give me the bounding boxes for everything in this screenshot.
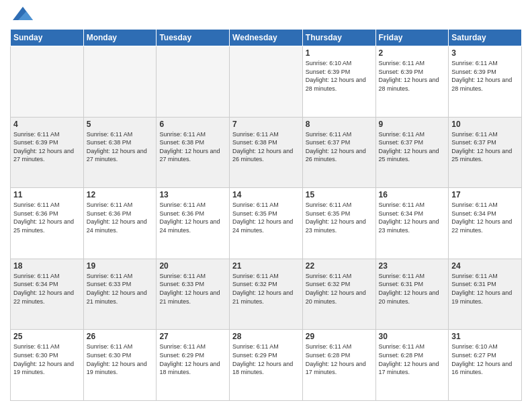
logo bbox=[10, 7, 33, 24]
calendar-day-cell: 30Sunrise: 6:11 AMSunset: 6:28 PMDayligh… bbox=[375, 330, 449, 401]
day-info: Sunrise: 6:11 AMSunset: 6:39 PMDaylight:… bbox=[379, 59, 446, 93]
day-number: 29 bbox=[306, 332, 373, 341]
day-number: 22 bbox=[306, 261, 373, 271]
calendar-day-cell: 29Sunrise: 6:11 AMSunset: 6:28 PMDayligh… bbox=[302, 330, 375, 401]
day-info: Sunrise: 6:11 AMSunset: 6:30 PMDaylight:… bbox=[13, 342, 81, 376]
calendar-header-friday: Friday bbox=[375, 30, 449, 46]
calendar-table: SundayMondayTuesdayWednesdayThursdayFrid… bbox=[10, 29, 522, 401]
day-info: Sunrise: 6:11 AMSunset: 6:38 PMDaylight:… bbox=[232, 130, 300, 164]
day-info: Sunrise: 6:11 AMSunset: 6:31 PMDaylight:… bbox=[451, 272, 519, 306]
day-number: 12 bbox=[87, 190, 154, 199]
day-number: 9 bbox=[379, 120, 446, 129]
day-info: Sunrise: 6:11 AMSunset: 6:36 PMDaylight:… bbox=[13, 201, 81, 234]
day-number: 2 bbox=[379, 48, 446, 58]
calendar-header-sunday: Sunday bbox=[11, 30, 84, 46]
calendar-day-cell: 15Sunrise: 6:11 AMSunset: 6:35 PMDayligh… bbox=[302, 188, 375, 259]
day-number: 1 bbox=[306, 48, 373, 58]
day-info: Sunrise: 6:11 AMSunset: 6:39 PMDaylight:… bbox=[451, 59, 519, 93]
calendar-week-row: 1Sunrise: 6:10 AMSunset: 6:39 PMDaylight… bbox=[11, 46, 522, 118]
day-number: 26 bbox=[87, 332, 154, 341]
day-info: Sunrise: 6:11 AMSunset: 6:29 PMDaylight:… bbox=[159, 342, 226, 376]
calendar-week-row: 11Sunrise: 6:11 AMSunset: 6:36 PMDayligh… bbox=[11, 188, 522, 259]
day-number: 18 bbox=[13, 261, 81, 271]
day-number: 31 bbox=[451, 332, 519, 341]
calendar-day-cell: 20Sunrise: 6:11 AMSunset: 6:33 PMDayligh… bbox=[157, 259, 230, 330]
day-number: 28 bbox=[232, 332, 300, 341]
day-info: Sunrise: 6:11 AMSunset: 6:30 PMDaylight:… bbox=[87, 342, 154, 376]
page: SundayMondayTuesdayWednesdayThursdayFrid… bbox=[0, 0, 532, 411]
calendar-header-thursday: Thursday bbox=[302, 30, 375, 46]
day-number: 24 bbox=[451, 261, 519, 271]
logo-icon bbox=[13, 3, 33, 24]
day-info: Sunrise: 6:11 AMSunset: 6:28 PMDaylight:… bbox=[306, 342, 373, 376]
calendar-day-cell: 13Sunrise: 6:11 AMSunset: 6:36 PMDayligh… bbox=[157, 188, 230, 259]
day-number: 15 bbox=[306, 190, 373, 199]
day-info: Sunrise: 6:11 AMSunset: 6:38 PMDaylight:… bbox=[87, 130, 154, 164]
calendar-day-cell: 31Sunrise: 6:10 AMSunset: 6:27 PMDayligh… bbox=[449, 330, 522, 401]
calendar-day-cell: 14Sunrise: 6:11 AMSunset: 6:35 PMDayligh… bbox=[230, 188, 303, 259]
calendar-day-cell: 8Sunrise: 6:11 AMSunset: 6:37 PMDaylight… bbox=[302, 117, 375, 188]
day-number: 6 bbox=[159, 120, 226, 129]
day-info: Sunrise: 6:11 AMSunset: 6:32 PMDaylight:… bbox=[232, 272, 300, 306]
calendar-day-cell: 6Sunrise: 6:11 AMSunset: 6:38 PMDaylight… bbox=[157, 117, 230, 188]
day-number: 5 bbox=[87, 120, 154, 129]
day-info: Sunrise: 6:11 AMSunset: 6:34 PMDaylight:… bbox=[451, 201, 519, 234]
day-info: Sunrise: 6:11 AMSunset: 6:39 PMDaylight:… bbox=[13, 130, 81, 164]
day-info: Sunrise: 6:11 AMSunset: 6:33 PMDaylight:… bbox=[87, 272, 154, 306]
calendar-day-cell bbox=[11, 46, 84, 118]
calendar-day-cell: 28Sunrise: 6:11 AMSunset: 6:29 PMDayligh… bbox=[230, 330, 303, 401]
day-number: 4 bbox=[13, 120, 81, 129]
calendar-day-cell bbox=[157, 46, 230, 118]
calendar-week-row: 25Sunrise: 6:11 AMSunset: 6:30 PMDayligh… bbox=[11, 330, 522, 401]
day-number: 10 bbox=[451, 120, 519, 129]
calendar-day-cell: 10Sunrise: 6:11 AMSunset: 6:37 PMDayligh… bbox=[449, 117, 522, 188]
calendar-header-tuesday: Tuesday bbox=[157, 30, 230, 46]
calendar-header-saturday: Saturday bbox=[449, 30, 522, 46]
calendar-day-cell: 24Sunrise: 6:11 AMSunset: 6:31 PMDayligh… bbox=[449, 259, 522, 330]
day-info: Sunrise: 6:11 AMSunset: 6:35 PMDaylight:… bbox=[232, 201, 300, 234]
calendar-day-cell: 17Sunrise: 6:11 AMSunset: 6:34 PMDayligh… bbox=[449, 188, 522, 259]
day-info: Sunrise: 6:11 AMSunset: 6:28 PMDaylight:… bbox=[379, 342, 446, 376]
calendar-day-cell: 7Sunrise: 6:11 AMSunset: 6:38 PMDaylight… bbox=[230, 117, 303, 188]
day-number: 19 bbox=[87, 261, 154, 271]
calendar-day-cell bbox=[230, 46, 303, 118]
calendar-day-cell: 21Sunrise: 6:11 AMSunset: 6:32 PMDayligh… bbox=[230, 259, 303, 330]
calendar-day-cell: 27Sunrise: 6:11 AMSunset: 6:29 PMDayligh… bbox=[157, 330, 230, 401]
day-number: 7 bbox=[232, 120, 300, 129]
calendar-day-cell: 9Sunrise: 6:11 AMSunset: 6:37 PMDaylight… bbox=[375, 117, 449, 188]
calendar-header-row: SundayMondayTuesdayWednesdayThursdayFrid… bbox=[11, 30, 522, 46]
day-info: Sunrise: 6:11 AMSunset: 6:37 PMDaylight:… bbox=[306, 130, 373, 164]
calendar-day-cell: 25Sunrise: 6:11 AMSunset: 6:30 PMDayligh… bbox=[11, 330, 84, 401]
calendar-day-cell: 18Sunrise: 6:11 AMSunset: 6:34 PMDayligh… bbox=[11, 259, 84, 330]
day-info: Sunrise: 6:11 AMSunset: 6:38 PMDaylight:… bbox=[159, 130, 226, 164]
calendar-day-cell: 23Sunrise: 6:11 AMSunset: 6:31 PMDayligh… bbox=[375, 259, 449, 330]
calendar-day-cell: 11Sunrise: 6:11 AMSunset: 6:36 PMDayligh… bbox=[11, 188, 84, 259]
calendar-header-wednesday: Wednesday bbox=[230, 30, 303, 46]
day-info: Sunrise: 6:10 AMSunset: 6:27 PMDaylight:… bbox=[451, 342, 519, 376]
calendar-day-cell: 12Sunrise: 6:11 AMSunset: 6:36 PMDayligh… bbox=[83, 188, 157, 259]
day-info: Sunrise: 6:11 AMSunset: 6:34 PMDaylight:… bbox=[379, 201, 446, 234]
day-info: Sunrise: 6:11 AMSunset: 6:34 PMDaylight:… bbox=[13, 272, 81, 306]
day-number: 23 bbox=[379, 261, 446, 271]
calendar-day-cell: 5Sunrise: 6:11 AMSunset: 6:38 PMDaylight… bbox=[83, 117, 157, 188]
calendar-day-cell: 2Sunrise: 6:11 AMSunset: 6:39 PMDaylight… bbox=[375, 46, 449, 118]
day-number: 13 bbox=[159, 190, 226, 199]
day-info: Sunrise: 6:11 AMSunset: 6:37 PMDaylight:… bbox=[451, 130, 519, 164]
calendar-day-cell: 26Sunrise: 6:11 AMSunset: 6:30 PMDayligh… bbox=[83, 330, 157, 401]
day-number: 3 bbox=[451, 48, 519, 58]
day-info: Sunrise: 6:11 AMSunset: 6:36 PMDaylight:… bbox=[159, 201, 226, 234]
day-number: 21 bbox=[232, 261, 300, 271]
day-number: 8 bbox=[306, 120, 373, 129]
calendar-week-row: 4Sunrise: 6:11 AMSunset: 6:39 PMDaylight… bbox=[11, 117, 522, 188]
day-info: Sunrise: 6:10 AMSunset: 6:39 PMDaylight:… bbox=[306, 59, 373, 93]
header bbox=[10, 7, 522, 24]
day-number: 27 bbox=[159, 332, 226, 341]
calendar-week-row: 18Sunrise: 6:11 AMSunset: 6:34 PMDayligh… bbox=[11, 259, 522, 330]
day-number: 14 bbox=[232, 190, 300, 199]
calendar-day-cell bbox=[83, 46, 157, 118]
day-info: Sunrise: 6:11 AMSunset: 6:37 PMDaylight:… bbox=[379, 130, 446, 164]
calendar-day-cell: 19Sunrise: 6:11 AMSunset: 6:33 PMDayligh… bbox=[83, 259, 157, 330]
day-info: Sunrise: 6:11 AMSunset: 6:29 PMDaylight:… bbox=[232, 342, 300, 376]
day-number: 25 bbox=[13, 332, 81, 341]
calendar-day-cell: 4Sunrise: 6:11 AMSunset: 6:39 PMDaylight… bbox=[11, 117, 84, 188]
